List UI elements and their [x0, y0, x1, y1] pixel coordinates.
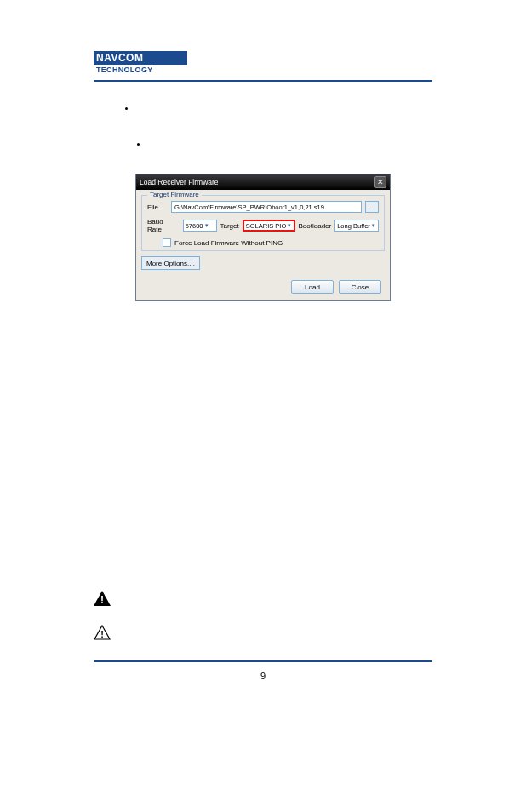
chevron-down-icon: ▾	[205, 222, 209, 229]
bullet-item	[148, 138, 432, 148]
warning-notice: !	[94, 591, 432, 609]
bootloader-select[interactable]: Long Buffer ▾	[334, 220, 379, 232]
bullet-item	[136, 102, 432, 112]
top-divider	[94, 80, 432, 82]
baud-rate-value: 57600	[186, 222, 203, 230]
page-number: 9	[94, 671, 432, 681]
bootloader-value: Long Buffer	[337, 222, 370, 230]
force-load-checkbox[interactable]	[163, 238, 171, 247]
target-label: Target	[220, 222, 239, 230]
baud-rate-label: Baud Rate	[147, 218, 180, 233]
dialog-title: Load Receiver Firmware	[140, 178, 219, 186]
close-icon: ✕	[377, 179, 384, 186]
ellipsis-icon: ...	[369, 204, 374, 210]
force-load-label: Force Load Firmware Without PING	[174, 239, 283, 247]
svg-text:!: !	[100, 629, 104, 639]
browse-button[interactable]: ...	[365, 201, 379, 213]
fieldset-legend: Target Firmware	[147, 191, 202, 198]
close-dialog-button[interactable]: Close	[339, 280, 381, 294]
target-firmware-fieldset: Target Firmware File G:\NavCom\Firmware\…	[141, 195, 385, 251]
svg-text:NAVCOM: NAVCOM	[96, 52, 143, 64]
caution-icon: !	[94, 625, 111, 643]
close-button[interactable]: ✕	[374, 176, 386, 188]
target-select[interactable]: SOLARIS PIO ▾	[243, 220, 295, 232]
bullet-list	[94, 102, 432, 148]
more-options-button[interactable]: More Options....	[141, 256, 200, 270]
file-path-input[interactable]: G:\NavCom\Firmware\SP_PWRIOboot1_v1,0,21…	[171, 201, 362, 213]
warning-icon: !	[94, 591, 111, 609]
navcom-logo: NAVCOM TECHNOLOGY	[94, 51, 432, 75]
target-value: SOLARIS PIO	[246, 222, 287, 230]
bootloader-label: Bootloader	[299, 222, 332, 230]
svg-text:TECHNOLOGY: TECHNOLOGY	[96, 66, 153, 74]
file-label: File	[147, 203, 168, 211]
bottom-divider	[94, 660, 432, 662]
load-firmware-dialog: Load Receiver Firmware ✕ Target Firmware…	[135, 174, 391, 301]
caution-notice: !	[94, 625, 432, 643]
baud-rate-select[interactable]: 57600 ▾	[183, 220, 217, 232]
svg-text:!: !	[100, 594, 104, 606]
dialog-titlebar: Load Receiver Firmware ✕	[136, 174, 390, 190]
chevron-down-icon: ▾	[372, 222, 375, 229]
load-button[interactable]: Load	[291, 280, 334, 294]
chevron-down-icon: ▾	[288, 222, 291, 229]
